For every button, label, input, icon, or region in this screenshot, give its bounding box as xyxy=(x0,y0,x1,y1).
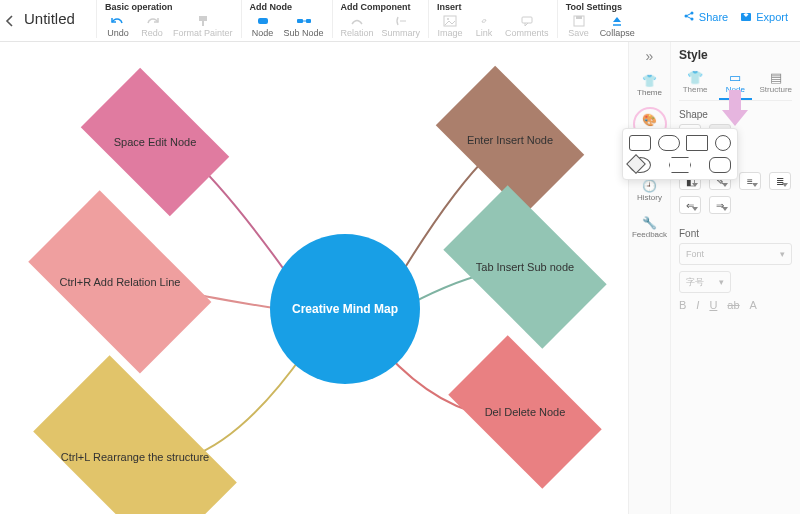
shape-option-circle[interactable] xyxy=(715,135,731,151)
svg-rect-0 xyxy=(199,16,207,21)
svg-rect-11 xyxy=(576,16,582,19)
undo-icon xyxy=(110,14,126,28)
underline-button[interactable]: U xyxy=(709,299,717,311)
rail-icon-column: » 👕Theme 🎨Style ☺ 🕘History 🔧Feedback xyxy=(629,42,671,514)
relation-button[interactable]: Relation xyxy=(341,14,374,38)
branch-style-b-button[interactable]: ⇒ xyxy=(709,196,731,214)
redo-button[interactable]: Redo xyxy=(139,14,165,38)
rail-theme-button[interactable]: 👕Theme xyxy=(632,70,668,101)
format-painter-label: Format Painter xyxy=(173,28,233,38)
palette-icon: 🎨 xyxy=(641,113,659,127)
font-family-select[interactable]: Font▾ xyxy=(679,243,792,265)
shape-option-hexagon[interactable] xyxy=(669,157,691,173)
group-title: Basic operation xyxy=(105,2,233,12)
summary-button[interactable]: Summary xyxy=(382,14,421,38)
chevron-down-icon: ▾ xyxy=(719,277,724,287)
svg-rect-3 xyxy=(297,19,303,23)
group-insert: Insert Image Link Comments xyxy=(428,0,557,38)
collapse-button[interactable]: Collapse xyxy=(600,14,635,38)
group-title: Add Node xyxy=(250,2,324,12)
svg-rect-9 xyxy=(522,17,532,23)
format-painter-button[interactable]: Format Painter xyxy=(173,14,233,38)
svg-line-17 xyxy=(687,17,691,19)
central-node-label: Creative Mind Map xyxy=(292,302,398,316)
shape-option-stadium[interactable] xyxy=(709,157,731,173)
relation-icon xyxy=(349,14,365,28)
node-enter-insert[interactable]: Enter Insert Node xyxy=(420,80,600,200)
rail-feedback-button[interactable]: 🔧Feedback xyxy=(632,212,668,243)
italic-button[interactable]: I xyxy=(696,299,699,311)
bold-button[interactable]: B xyxy=(679,299,686,311)
undo-button[interactable]: Undo xyxy=(105,14,131,38)
section-font-label: Font xyxy=(679,228,792,239)
group-title: Insert xyxy=(437,2,549,12)
font-size-select[interactable]: 字号▾ xyxy=(679,271,731,293)
format-painter-icon xyxy=(195,14,211,28)
shape-option-rounded-rect[interactable] xyxy=(629,135,651,151)
subnode-icon xyxy=(296,14,312,28)
image-icon xyxy=(442,14,458,28)
add-subnode-button[interactable]: Sub Node xyxy=(284,14,324,38)
insert-comments-button[interactable]: Comments xyxy=(505,14,549,38)
tab-structure-label: Structure xyxy=(760,85,792,94)
font-color-button[interactable]: A xyxy=(750,299,757,311)
document-title[interactable]: Untitled xyxy=(16,0,96,27)
redo-icon xyxy=(144,14,160,28)
node-label: Space Edit Node xyxy=(114,136,197,148)
share-icon xyxy=(683,10,695,24)
line-style-button[interactable]: ≣ xyxy=(769,172,791,190)
svg-point-8 xyxy=(447,18,449,20)
node-space-edit[interactable]: Space Edit Node xyxy=(65,82,245,202)
link-icon xyxy=(476,14,492,28)
strikethrough-button[interactable]: ab xyxy=(727,299,739,311)
right-rail: » 👕Theme 🎨Style ☺ 🕘History 🔧Feedback Sty… xyxy=(628,42,800,514)
rail-feedback-label: Feedback xyxy=(632,230,667,239)
export-button[interactable]: Export xyxy=(740,10,788,24)
tab-theme[interactable]: 👕Theme xyxy=(679,68,711,100)
wrench-icon: 🔧 xyxy=(641,216,659,230)
node-tab-subnode[interactable]: Tab Insert Sub node xyxy=(425,202,625,332)
summary-icon xyxy=(393,14,409,28)
group-tool-settings: Tool Settings Save Collapse xyxy=(557,0,643,38)
node-ctrl-l-rearrange[interactable]: Ctrl+L Rearrange the structure xyxy=(10,382,260,514)
structure-icon: ▤ xyxy=(770,70,782,85)
comments-icon xyxy=(519,14,535,28)
group-title: Tool Settings xyxy=(566,2,635,12)
share-button[interactable]: Share xyxy=(683,10,728,24)
node-label: Enter Insert Node xyxy=(467,134,553,146)
tab-structure[interactable]: ▤Structure xyxy=(760,68,792,100)
node-ctrl-r-relation[interactable]: Ctrl+R Add Relation Line xyxy=(10,212,230,352)
mindmap-canvas[interactable]: Creative Mind Map Space Edit Node Enter … xyxy=(0,42,628,514)
shape-popover xyxy=(622,128,738,180)
panel-title: Style xyxy=(679,48,792,62)
back-button[interactable] xyxy=(0,0,16,42)
summary-label: Summary xyxy=(382,28,421,38)
undo-label: Undo xyxy=(107,28,129,38)
node-label: Tab Insert Sub node xyxy=(476,261,574,273)
subnode-label: Sub Node xyxy=(284,28,324,38)
node-label: Node xyxy=(252,28,274,38)
shirt-icon: 👕 xyxy=(641,74,659,88)
share-label: Share xyxy=(699,11,728,23)
branch-style-a-button[interactable]: ⇐ xyxy=(679,196,701,214)
shirt-icon: 👕 xyxy=(687,70,703,85)
history-icon: 🕘 xyxy=(641,179,659,193)
shape-option-pill[interactable] xyxy=(658,135,680,151)
add-node-button[interactable]: Node xyxy=(250,14,276,38)
insert-link-button[interactable]: Link xyxy=(471,14,497,38)
rail-history-label: History xyxy=(637,193,662,202)
collapse-rail-button[interactable]: » xyxy=(646,48,654,64)
node-del-delete[interactable]: Del Delete Node xyxy=(430,352,620,472)
line-width-button[interactable]: ≡ xyxy=(739,172,761,190)
shape-option-rect[interactable] xyxy=(686,135,708,151)
save-button[interactable]: Save xyxy=(566,14,592,38)
central-node[interactable]: Creative Mind Map xyxy=(270,234,420,384)
svg-rect-4 xyxy=(306,19,311,23)
chevron-down-icon: ▾ xyxy=(780,249,785,259)
comments-label: Comments xyxy=(505,28,549,38)
collapse-icon xyxy=(609,14,625,28)
image-label: Image xyxy=(438,28,463,38)
insert-image-button[interactable]: Image xyxy=(437,14,463,38)
svg-rect-1 xyxy=(202,21,204,26)
node-label: Ctrl+R Add Relation Line xyxy=(60,276,181,288)
